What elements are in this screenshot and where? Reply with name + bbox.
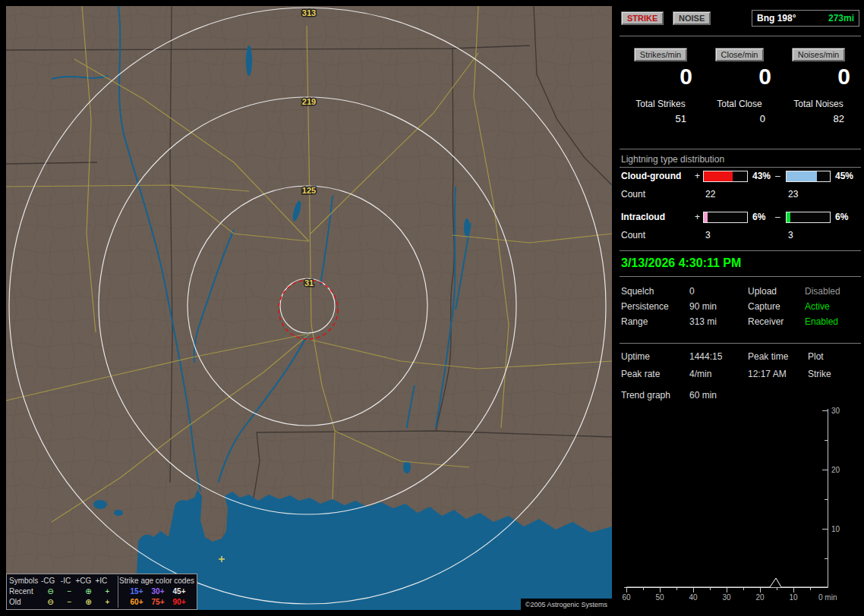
legend-age-title: Strike age color codes (119, 577, 194, 585)
y-tick-label: 30 (831, 407, 840, 415)
legend-old-label: Old (9, 598, 41, 606)
trend-axes (624, 409, 828, 588)
settings-row: Squelch 0 Upload Disabled (621, 284, 862, 299)
trend-graph-range: 60 min (689, 390, 780, 401)
separator (620, 343, 861, 344)
age-code-60: 60+ (126, 598, 147, 606)
x-tick-label: 50 (655, 593, 664, 602)
stats-row: Uptime 1444:15 Peak time Plot (621, 347, 862, 365)
current-datetime: 3/13/2026 4:30:11 PM (621, 256, 741, 270)
age-code-75: 75+ (147, 598, 169, 606)
range-label: Range (621, 316, 689, 327)
range-ring-label: 219 (302, 97, 316, 106)
count-label: Count (621, 189, 695, 200)
trend-graph-label: Trend graph (621, 390, 689, 401)
total-strikes-value: 51 (621, 113, 700, 124)
plus-sign: + (695, 171, 703, 181)
x-axis-end-label: 0 min (818, 593, 837, 602)
cloud-ground-label: Cloud-ground (621, 171, 695, 181)
noises-per-min-counter: Noises/min 0 (779, 47, 858, 90)
age-code-90: 90+ (169, 598, 190, 606)
cloud-ground-count-row: Count 22 23 (621, 188, 861, 200)
trend-graph-header: Trend graph 60 min (621, 390, 862, 401)
pos-cg-icon: ⊕ (79, 598, 98, 606)
mode-toolbar: STRIKE NOISE Bng 198° 273mi (616, 11, 864, 30)
legend-col-pos-cg: +CG (74, 577, 92, 585)
bearing-distance: 273mi (828, 13, 854, 24)
total-strikes-label: Total Strikes (621, 99, 700, 109)
close-per-min-counter: Close/min 0 (700, 47, 779, 90)
separator (620, 36, 861, 36)
intracloud-row: Intracloud + 6% – 6% (621, 211, 861, 223)
upload-status: Disabled (805, 286, 862, 297)
trend-series-line (626, 578, 828, 587)
total-noises-value: 82 (779, 113, 858, 124)
ic-positive-pct: 6% (749, 212, 775, 222)
x-tick-label: 10 (789, 593, 798, 602)
separator (620, 167, 861, 168)
x-tick-label: 30 (722, 593, 731, 602)
strikes-per-min-value: 0 (621, 64, 700, 90)
map-display: 313 219 125 31 (6, 6, 612, 610)
x-tick-label: 20 (755, 593, 765, 602)
ic-negative-bar (786, 212, 831, 223)
noises-per-min-label: Noises/min (792, 48, 845, 61)
trend-tick-labels: 30 20 10 60 50 40 30 20 10 0 min (622, 407, 840, 602)
receiver-label: Receiver (748, 316, 805, 327)
pos-cg-icon: ⊕ (79, 587, 98, 596)
y-tick-label: 20 (831, 466, 840, 474)
cg-negative-bar (786, 171, 831, 182)
legend-recent-label: Recent (9, 587, 41, 596)
intracloud-label: Intracloud (621, 212, 695, 222)
total-close-label: Total Close (700, 99, 779, 109)
x-tick-label: 40 (689, 593, 698, 602)
separator (620, 276, 861, 277)
lightning-map: 313 219 125 31 Symbols -CG -IC +CG +IC S… (6, 6, 612, 610)
totals: Total Strikes 51 Total Close 0 Total Noi… (621, 99, 859, 124)
legend-old-row: Old ⊖ − ⊕ + 60+ 75+ 90+ (9, 596, 194, 607)
neg-cg-icon: ⊖ (41, 587, 60, 596)
peak-rate-label: Peak rate (621, 369, 689, 379)
peak-time-value: 12:17 AM (748, 369, 808, 379)
plot-label: Plot (808, 351, 862, 362)
noises-per-min-value: 0 (779, 64, 858, 90)
settings-block: Squelch 0 Upload Disabled Persistence 90… (621, 284, 862, 329)
persistence-label: Persistence (621, 301, 689, 312)
stats-block: Uptime 1444:15 Peak time Plot Peak rate … (621, 347, 862, 382)
receiver-status: Enabled (805, 316, 862, 327)
distribution-title: Lightning type distribution (621, 154, 724, 165)
neg-cg-icon: ⊖ (41, 598, 60, 606)
total-strikes: Total Strikes 51 (621, 99, 700, 124)
status-panel: STRIKE NOISE Bng 198° 273mi Strikes/min … (616, 0, 864, 616)
legend-col-neg-ic: -IC (57, 577, 74, 585)
legend-col-pos-ic: +IC (93, 577, 110, 585)
strike-mode-button[interactable]: STRIKE (621, 11, 664, 25)
pos-ic-icon: + (98, 598, 117, 606)
legend-recent-row: Recent ⊖ − ⊕ + 15+ 30+ 45+ (9, 586, 194, 596)
ic-negative-count: 3 (786, 230, 832, 240)
intracloud-count-row: Count 3 3 (621, 229, 861, 241)
bearing-value: Bng 198° (757, 13, 796, 24)
x-tick-label: 60 (622, 593, 631, 602)
cg-positive-pct: 43% (749, 171, 775, 181)
squelch-label: Squelch (621, 286, 689, 297)
settings-row: Range 313 mi Receiver Enabled (621, 314, 862, 329)
pos-ic-icon: + (98, 587, 117, 596)
legend-symbols-title: Symbols (9, 577, 39, 585)
strikes-per-min-counter: Strikes/min 0 (621, 47, 700, 90)
cg-positive-bar (703, 171, 748, 182)
capture-status: Active (805, 301, 862, 312)
trend-ticks (627, 411, 828, 593)
neg-ic-icon: − (60, 598, 79, 606)
noise-mode-button[interactable]: NOISE (673, 11, 711, 25)
squelch-value: 0 (689, 286, 748, 297)
range-value: 313 mi (689, 316, 748, 327)
total-noises: Total Noises 82 (779, 99, 858, 124)
cg-negative-count: 23 (786, 189, 832, 200)
legend-header-row: Symbols -CG -IC +CG +IC Strike age color… (9, 575, 194, 586)
separator (620, 149, 861, 149)
total-close-value: 0 (700, 113, 779, 124)
trend-graph: 30 20 10 60 50 40 30 20 10 0 min (616, 404, 864, 616)
close-per-min-label: Close/min (715, 48, 765, 61)
legend-divider (118, 576, 118, 608)
